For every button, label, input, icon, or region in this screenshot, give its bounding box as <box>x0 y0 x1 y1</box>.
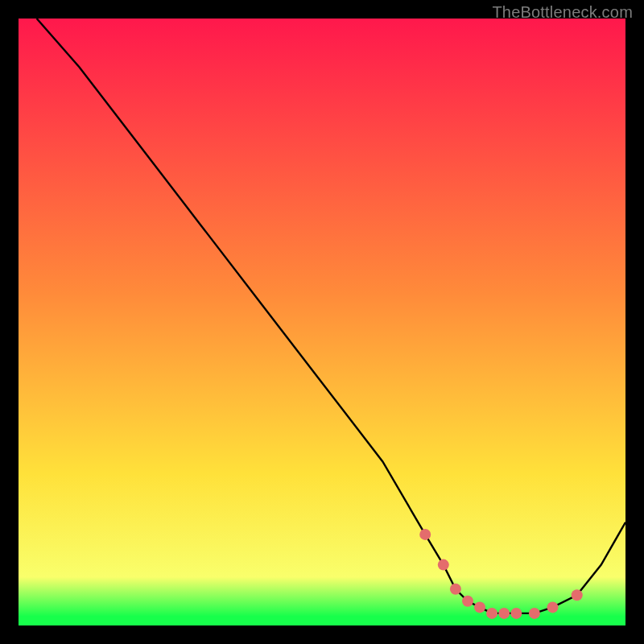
optimal-marker <box>438 559 449 571</box>
optimal-marker <box>450 584 461 595</box>
chart-stage: TheBottleneck.com <box>0 0 644 644</box>
optimal-marker <box>474 601 485 613</box>
gradient-background <box>19 19 625 625</box>
optimal-marker <box>462 596 473 607</box>
optimal-marker <box>419 529 431 540</box>
bottleneck-chart <box>0 0 644 644</box>
optimal-marker <box>498 608 510 619</box>
optimal-marker <box>510 608 522 619</box>
optimal-marker <box>529 608 540 619</box>
optimal-marker <box>486 608 497 619</box>
watermark-text: TheBottleneck.com <box>492 3 633 22</box>
optimal-marker <box>547 601 559 613</box>
optimal-marker <box>572 589 583 601</box>
